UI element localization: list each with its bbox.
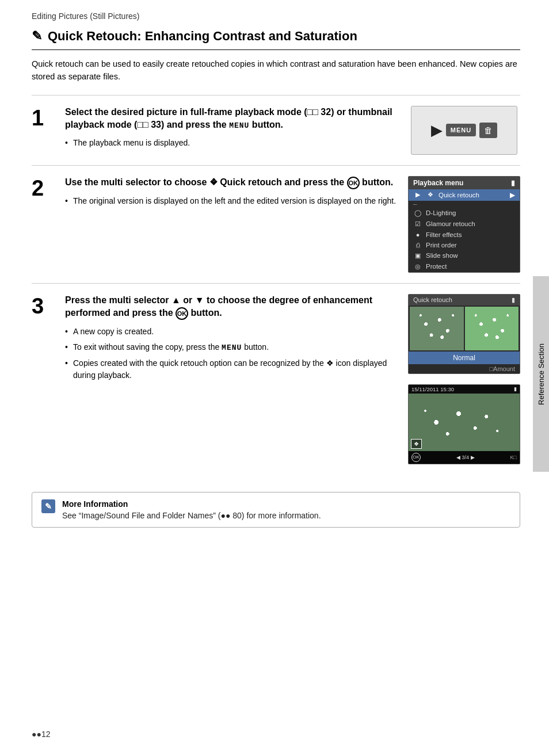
page-footer: ●●12 [32,730,50,739]
step-3-bullet-3: Copies created with the quick retouch op… [65,357,396,381]
step-1: 1 Select the desired picture in full-fra… [32,95,520,165]
pm-item-glamour[interactable]: ☑ Glamour retouch [409,219,520,230]
pm-protect-icon: ◎ [413,263,422,270]
pm-item-quick-retouch[interactable]: ▶ ❖ Quick retouch ▶ [409,189,520,201]
more-info-title: More Information [62,499,321,509]
flower-pattern-original [410,307,464,350]
step-2-bullets: The original version is displayed on the… [65,195,396,207]
pm-item-protect[interactable]: ◎ Protect [409,261,520,272]
pb-photo-area: ❖ [409,394,520,451]
pm-battery-icon: ▮ [511,179,515,187]
pm-protect-label: Protect [426,263,447,270]
step-3-images: Quick retouch ▮ Normal □Amount [408,294,520,464]
pb-retouch-badge: ❖ [411,439,422,449]
pb-zoom-icon: K​□ [510,455,517,460]
step-3-bullet-1: A new copy is created. [65,326,396,338]
step-1-content: Select the desired picture in full-frame… [65,106,396,155]
step-3-bullets: A new copy is created. To exit without s… [65,326,396,381]
quick-retouch-screen: Quick retouch ▮ Normal □Amount [408,294,520,374]
qr-amount-bar: □Amount [409,364,520,373]
camera-trash-button: 🗑 [479,123,497,138]
playback-screen: 15/11/2011 15:30 0013.JPG ▮ ❖ OK ◀ 3/4 ▶… [408,384,520,464]
flower-pattern-enhanced [465,307,519,350]
title-text: Quick Retouch: Enhancing Contrast and Sa… [48,29,357,44]
more-info-content: More Information See “Image/Sound File a… [62,499,321,520]
step-1-instruction: Select the desired picture in full-frame… [65,106,396,132]
pm-print-label: Print order [426,242,457,249]
pm-item-slideshow[interactable]: ▣ Slide show [409,250,520,261]
intro-text: Quick retouch can be used to easily crea… [32,58,520,83]
pb-header: 15/11/2011 15:30 0013.JPG ▮ [409,385,520,394]
more-info-box: ✎ More Information See “Image/Sound File… [32,492,520,528]
pb-nav-info: ◀ 3/4 ▶ [456,455,475,460]
step-1-bullets: The playback menu is displayed. [65,137,396,149]
pm-item-print[interactable]: ⎙ Print order [409,240,520,250]
page-title: ✎ Quick Retouch: Enhancing Contrast and … [32,29,520,50]
step-2-image: Playback menu ▮ ▶ ❖ Quick retouch ▶ ─ ◯ … [408,176,520,273]
qr-title-label: Quick retouch [413,296,452,304]
pm-glamour-icon: ☑ [413,220,422,228]
pm-item-filter[interactable]: ● Filter effects [409,230,520,240]
step-number-1: 1 [32,106,54,155]
pm-playback-icon: ▶ [413,191,422,198]
camera-buttons-illustration: ▶ MENU 🗑 [411,106,517,155]
qr-enhanced-image [465,307,519,350]
step-2-bullet-1: The original version is displayed on the… [65,195,396,207]
pm-slide-label: Slide show [426,252,458,259]
camera-menu-button: MENU [446,124,476,136]
pm-slide-icon: ▣ [413,252,422,259]
qr-comparison-images [409,306,520,352]
pm-filter-icon: ● [413,231,422,238]
playback-menu-screenshot: Playback menu ▮ ▶ ❖ Quick retouch ▶ ─ ◯ … [408,176,520,273]
pm-retouch-icon: ❖ [426,191,435,198]
pm-print-icon: ⎙ [413,242,422,249]
pm-item-label: Quick retouch [439,192,479,198]
step-1-bullet-1: The playback menu is displayed. [65,137,396,149]
pm-filter-label: Filter effects [426,231,462,238]
step-number-2: 2 [32,176,54,273]
step-3: 3 Press the multi selector ▲ or ▼ to cho… [32,283,520,475]
pm-section-marker: ─ [413,201,417,207]
pm-separator-1: ─ [409,201,520,208]
pb-date: 15/11/2011 15:30 [411,386,454,392]
pb-ok-icon: OK [411,453,421,462]
pm-dl-label: D-Lighting [426,209,456,216]
qr-normal-bar: Normal [409,352,520,364]
more-info-text: See “Image/Sound File and Folder Names” … [62,511,321,520]
qr-title-bar: Quick retouch ▮ [409,295,520,306]
step-1-image: ▶ MENU 🗑 [408,106,520,155]
step-2-content: Use the multi selector to choose ❖ Quick… [65,176,396,273]
footer-text: ●●12 [32,730,50,739]
pm-dl-icon: ◯ [413,209,422,217]
side-tab-label: Reference Section [537,343,546,405]
pb-battery-icon: ▮ [514,386,517,392]
reference-section-tab: Reference Section [533,276,549,472]
pm-arrow-icon: ▶ [510,191,515,199]
pb-footer: OK ◀ 3/4 ▶ K​□ [409,451,520,464]
camera-arrow-icon: ▶ [431,121,443,139]
qr-battery-icon: ▮ [512,296,515,304]
retouch-icon: ✎ [32,29,42,44]
breadcrumb: Editing Pictures (Still Pictures) [32,12,520,21]
pm-item-dlighting[interactable]: ◯ D-Lighting [409,208,520,219]
pm-glamour-label: Glamour retouch [426,220,475,227]
qr-original-image [410,307,464,350]
step-3-instruction: Press the multi selector ▲ or ▼ to choos… [65,294,396,320]
step-3-bullet-2: To exit without saving the copy, press t… [65,341,396,354]
step-3-content: Press the multi selector ▲ or ▼ to choos… [65,294,396,464]
playback-menu-title: Playback menu ▮ [409,177,520,189]
more-info-icon: ✎ [41,499,55,513]
step-2-instruction: Use the multi selector to choose ❖ Quick… [65,176,396,190]
step-number-3: 3 [32,294,54,464]
step-2: 2 Use the multi selector to choose ❖ Qui… [32,165,520,283]
